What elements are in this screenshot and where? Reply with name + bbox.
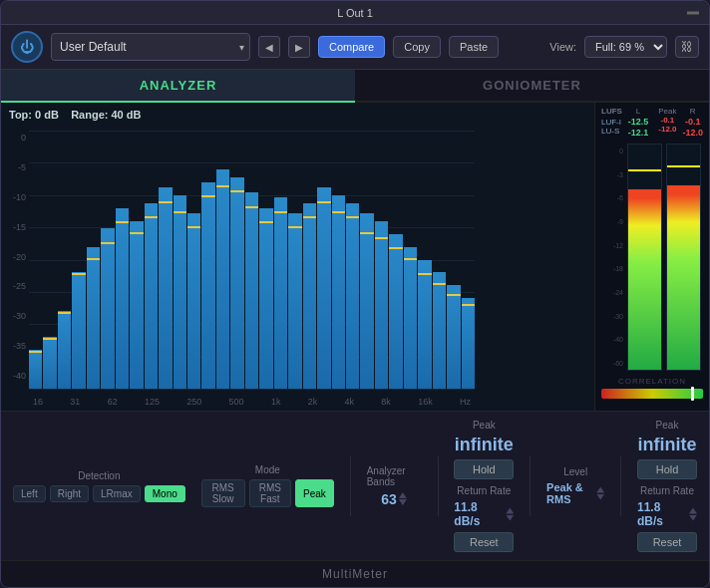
bar-16 [259, 131, 272, 389]
peak-right-label: Peak [656, 420, 679, 431]
divider-1 [350, 456, 351, 516]
r-meter [666, 144, 701, 371]
zoom-select[interactable]: Full: 69 % [584, 36, 667, 58]
bar-29 [447, 131, 460, 389]
return-up-left[interactable] [506, 508, 514, 514]
bands-spinner: 63 [381, 491, 407, 507]
r-meter-fill [667, 185, 700, 370]
peak-left-reset[interactable]: Reset [454, 532, 514, 552]
peak-right-reset[interactable]: Reset [637, 532, 697, 552]
bar-17 [274, 131, 287, 389]
peak-right-group: Peak infinite Hold Return Rate 11.8 dB/s… [637, 420, 697, 552]
bottom-controls: Detection Left Right LRmax Mono Mode RMS… [1, 411, 709, 560]
db-15: -15 [13, 222, 26, 232]
range-label: Range: 40 dB [71, 109, 141, 121]
bands-spinner-arrows [399, 492, 407, 505]
top-label: Top: 0 dB [9, 109, 59, 121]
peak-left-hold[interactable]: Hold [454, 459, 514, 479]
return-rate-right-label: Return Rate [640, 485, 694, 496]
level-down[interactable] [596, 494, 604, 500]
tab-analyzer[interactable]: ANALYZER [1, 70, 355, 103]
mode-rms-fast[interactable]: RMS Fast [249, 479, 292, 507]
level-up[interactable] [596, 487, 604, 493]
compare-button[interactable]: Compare [318, 36, 385, 58]
lufs-labels: LUFS LUF-I LU-S [601, 107, 622, 138]
prev-button[interactable]: ◀ [258, 36, 280, 58]
db-5: -5 [18, 162, 26, 172]
lufs-l-col: L -12.5 -12.1 [628, 107, 649, 138]
mode-rms-slow[interactable]: RMS Slow [201, 479, 245, 507]
bar-5 [101, 131, 114, 389]
return-rate-left-spinner: 11.8 dB/s [454, 500, 514, 528]
detection-right[interactable]: Right [50, 485, 89, 502]
return-down-left[interactable] [506, 515, 514, 521]
return-spinner-left [506, 508, 514, 521]
return-rate-left-value: 11.8 dB/s [454, 500, 504, 528]
db-10: -10 [13, 192, 26, 202]
bands-up[interactable] [399, 492, 407, 498]
chart-header: Top: 0 dB Range: 40 dB [9, 109, 141, 121]
bar-18 [288, 131, 301, 389]
lufs-header: LUFS LUF-I LU-S L -12.5 -12.1 Peak -0.1 … [595, 103, 709, 142]
level-value: Peak & RMS [546, 481, 594, 505]
db-25: -25 [13, 281, 26, 291]
spectrum-bars [29, 131, 475, 389]
detection-lrmax[interactable]: LRmax [93, 485, 141, 502]
lufs-title: LUFS [601, 107, 622, 116]
bar-25 [389, 131, 402, 389]
detection-left[interactable]: Left [13, 485, 46, 502]
bands-value: 63 [381, 491, 397, 507]
divider-3 [530, 456, 531, 516]
correlation-bar [601, 389, 703, 399]
mode-peak[interactable]: Peak [295, 479, 334, 507]
level-group: Level Peak & RMS [546, 466, 604, 505]
peak-left-group: Peak infinite Hold Return Rate 11.8 dB/s… [454, 420, 514, 552]
bar-7 [130, 131, 143, 389]
bar-22 [346, 131, 359, 389]
view-label: View: [549, 41, 576, 53]
window-minimize[interactable] [687, 11, 699, 14]
l-peak-line [628, 169, 661, 171]
level-arrows [596, 487, 604, 500]
detection-mono[interactable]: Mono [145, 485, 185, 502]
r-header: R [690, 107, 696, 116]
return-up-right[interactable] [689, 508, 697, 514]
range-value: 40 dB [111, 109, 141, 121]
analyzer-bands-label: Analyzer Bands [367, 465, 422, 487]
correlation-marker [691, 387, 694, 401]
lufi-r-value: -0.1 [685, 117, 701, 127]
peak-left-label: Peak [473, 420, 496, 431]
level-label: Level [563, 466, 587, 477]
return-down-right[interactable] [689, 515, 697, 521]
paste-button[interactable]: Paste [449, 36, 499, 58]
copy-button[interactable]: Copy [393, 36, 441, 58]
power-button[interactable]: ⏻ [11, 31, 43, 63]
return-spinner-right [689, 508, 697, 521]
next-button[interactable]: ▶ [288, 36, 310, 58]
bar-30 [462, 131, 475, 389]
tab-goniometer[interactable]: GONIOMETER [355, 70, 709, 103]
l-meter [627, 144, 662, 371]
bar-24 [375, 131, 388, 389]
lufs-r-value: -12.0 [682, 128, 703, 138]
view-section: View: Full: 69 % ⛓ [549, 36, 699, 58]
lufs-r-extra: Peak -0.1 -12.0 [658, 107, 676, 138]
preset-wrapper: User Default [51, 33, 250, 61]
bar-23 [360, 131, 373, 389]
main-chart: Top: 0 dB Range: 40 dB 0 -5 -10 -15 -20 … [1, 103, 594, 411]
bar-20 [317, 131, 330, 389]
freq-scale: 16 31 62 125 250 500 1k 2k 4k 8k 16k Hz [29, 395, 475, 409]
peak-l-val: -0.1 [661, 116, 675, 125]
peak-right-hold[interactable]: Hold [637, 459, 697, 479]
db-35: -35 [13, 341, 26, 351]
divider-2 [438, 456, 439, 516]
lufs-r-col: R -0.1 -12.0 [682, 107, 703, 138]
mode-group: Mode RMS Slow RMS Fast Peak [201, 464, 334, 507]
db-scale: 0 -5 -10 -15 -20 -25 -30 -35 -40 [1, 133, 29, 381]
bar-13 [216, 131, 229, 389]
bands-down[interactable] [399, 499, 407, 505]
preset-select[interactable]: User Default [51, 33, 250, 61]
bar-4 [87, 131, 100, 389]
bar-27 [418, 131, 431, 389]
link-button[interactable]: ⛓ [675, 36, 699, 58]
